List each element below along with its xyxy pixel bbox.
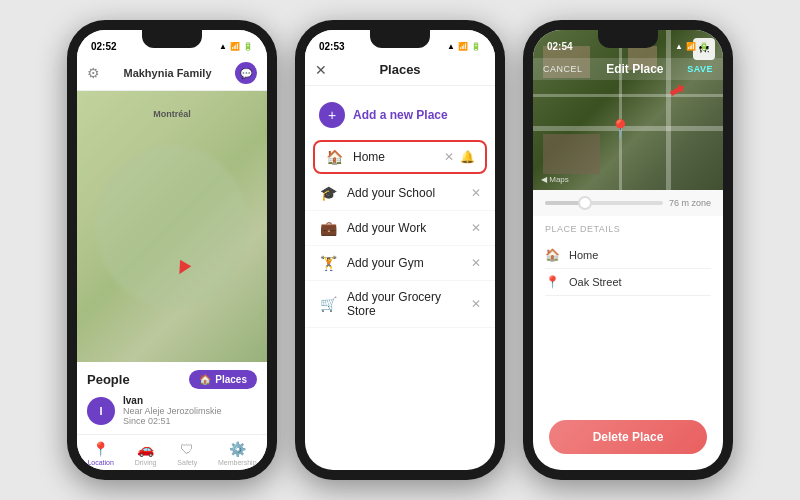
time-2: 02:53	[319, 41, 345, 52]
place-item-work[interactable]: 💼 Add your Work ✕	[305, 211, 495, 246]
person-location: Near Aleje Jerozolimskie	[123, 406, 222, 416]
gym-close-icon[interactable]: ✕	[471, 256, 481, 270]
nav-membership[interactable]: ⚙️ Membership	[218, 441, 257, 466]
people-label: People	[87, 372, 130, 387]
phone1-header: ⚙ Makhynia Family 💬	[77, 58, 267, 91]
place-item-home[interactable]: 🏠 Home ✕ 🔔	[313, 140, 487, 174]
work-close-icon[interactable]: ✕	[471, 221, 481, 235]
status-icons-1: ▲ 📶 🔋	[219, 42, 253, 51]
status-bar-1: 02:52 ▲ 📶 🔋	[77, 30, 267, 58]
gear-icon[interactable]: ⚙	[87, 65, 100, 81]
work-actions: ✕	[471, 221, 481, 235]
phone-3: 02:54 ▲ 📶 🔋 CANCEL Edit Place SAVE 📍 ➡ ◀	[523, 20, 733, 480]
places-title: Places	[379, 62, 420, 77]
phone-1: 02:52 ▲ 📶 🔋 ⚙ Makhynia Family 💬 Montréal…	[67, 20, 277, 480]
gym-icon: 🏋	[319, 255, 337, 271]
place-details-title: Place details	[545, 224, 711, 234]
time-3: 02:54	[547, 41, 573, 52]
home-icon: 🏠	[325, 149, 343, 165]
add-place-row[interactable]: + Add a new Place	[305, 94, 495, 136]
building-3	[543, 134, 600, 174]
edit-place-title: Edit Place	[606, 62, 663, 76]
map-blur	[77, 91, 267, 362]
nav-driving[interactable]: 🚗 Driving	[135, 441, 157, 466]
school-actions: ✕	[471, 186, 481, 200]
home-bell-icon[interactable]: 🔔	[460, 150, 475, 164]
radius-control: 76 m zone	[533, 190, 723, 216]
school-close-icon[interactable]: ✕	[471, 186, 481, 200]
maps-label: ◀ Maps	[541, 175, 569, 184]
grocery-actions: ✕	[471, 297, 481, 311]
radius-label: 76 m zone	[669, 198, 711, 208]
location-icon: 📍	[92, 441, 109, 457]
work-icon: 💼	[319, 220, 337, 236]
place-item-grocery[interactable]: 🛒 Add your Grocery Store ✕	[305, 281, 495, 328]
phone2-header: ✕ Places	[305, 58, 495, 86]
address-detail-value: Oak Street	[569, 276, 622, 288]
grocery-close-icon[interactable]: ✕	[471, 297, 481, 311]
nav-location[interactable]: 📍 Location	[87, 441, 113, 466]
home-actions: ✕ 🔔	[444, 150, 475, 164]
slider-thumb[interactable]	[578, 196, 592, 210]
map-pin: 📍	[609, 118, 631, 140]
place-item-gym[interactable]: 🏋 Add your Gym ✕	[305, 246, 495, 281]
home-name: Home	[353, 150, 444, 164]
status-bar-3: 02:54 ▲ 📶 🔋	[533, 30, 723, 58]
school-icon: 🎓	[319, 185, 337, 201]
gym-actions: ✕	[471, 256, 481, 270]
home-close-icon[interactable]: ✕	[444, 150, 454, 164]
place-item-school[interactable]: 🎓 Add your School ✕	[305, 176, 495, 211]
save-button[interactable]: SAVE	[687, 64, 713, 74]
gym-name: Add your Gym	[347, 256, 471, 270]
cancel-button[interactable]: CANCEL	[543, 64, 583, 74]
places-button[interactable]: 🏠 Places	[189, 370, 257, 389]
chat-icon[interactable]: 💬	[235, 62, 257, 84]
family-name: Makhynia Family	[123, 67, 211, 79]
detail-row-home: 🏠 Home	[545, 242, 711, 269]
grocery-name: Add your Grocery Store	[347, 290, 471, 318]
person-name: Ivan	[123, 395, 222, 406]
detail-row-address: 📍 Oak Street	[545, 269, 711, 296]
delete-place-button[interactable]: Delete Place	[549, 420, 707, 454]
school-name: Add your School	[347, 186, 471, 200]
person-row: I Ivan Near Aleje Jerozolimskie Since 02…	[87, 395, 257, 426]
bottom-panel: People 🏠 Places I Ivan Near Aleje Jerozo…	[77, 362, 267, 434]
home-detail-value: Home	[569, 249, 598, 261]
phone-2: 02:53 ▲ 📶 🔋 ✕ Places + Add a new Place 🏠…	[295, 20, 505, 480]
safety-icon: 🛡	[180, 441, 194, 457]
delete-btn-container: Delete Place	[533, 410, 723, 470]
person-since: Since 02:51	[123, 416, 222, 426]
address-detail-icon: 📍	[545, 275, 561, 289]
avatar: I	[87, 397, 115, 425]
work-name: Add your Work	[347, 221, 471, 235]
map-city: Montréal	[153, 109, 191, 119]
close-button[interactable]: ✕	[315, 62, 327, 78]
driving-icon: 🚗	[137, 441, 154, 457]
bottom-nav: 📍 Location 🚗 Driving 🛡 Safety ⚙️ Members…	[77, 434, 267, 470]
home-detail-icon: 🏠	[545, 248, 561, 262]
status-icons-3: ▲ 📶 🔋	[675, 42, 709, 51]
map-area: Montréal ▼	[77, 91, 267, 362]
status-icons-2: ▲ 📶 🔋	[447, 42, 481, 51]
membership-icon: ⚙️	[229, 441, 246, 457]
add-place-icon: +	[319, 102, 345, 128]
time-1: 02:52	[91, 41, 117, 52]
status-bar-2: 02:53 ▲ 📶 🔋	[305, 30, 495, 58]
road-h1	[533, 94, 723, 97]
add-place-label: Add a new Place	[353, 108, 448, 122]
person-info: Ivan Near Aleje Jerozolimskie Since 02:5…	[123, 395, 222, 426]
radius-slider[interactable]	[545, 201, 663, 205]
nav-safety[interactable]: 🛡 Safety	[177, 441, 197, 466]
places-list: + Add a new Place 🏠 Home ✕ 🔔 🎓 Add your …	[305, 86, 495, 470]
grocery-icon: 🛒	[319, 296, 337, 312]
place-details-section: Place details 🏠 Home 📍 Oak Street	[533, 216, 723, 410]
edit-header: CANCEL Edit Place SAVE	[533, 58, 723, 80]
